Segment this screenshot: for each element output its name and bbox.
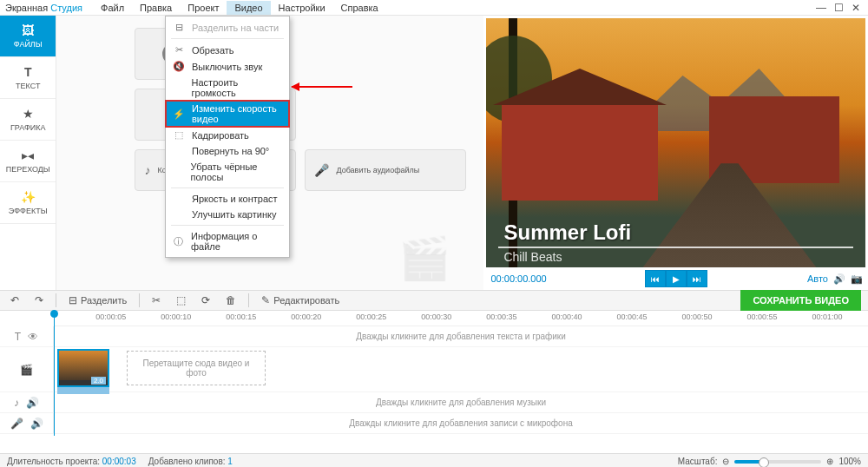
redo-button[interactable]: ↷ <box>31 293 47 308</box>
auto-label[interactable]: Авто <box>807 273 828 284</box>
dd-crop[interactable]: ⬚Кадрировать <box>166 127 289 143</box>
separator <box>171 225 284 226</box>
crop-icon: ⬚ <box>173 129 185 141</box>
next-frame-button[interactable]: ⏭ <box>687 270 707 287</box>
zoom-value: 100% <box>838 457 861 466</box>
watermark-icon: 🎬 <box>398 234 450 283</box>
dd-volume[interactable]: Настроить громкость <box>166 75 289 101</box>
clip-thumbnail <box>59 351 108 380</box>
graphics-icon: ★ <box>23 107 34 121</box>
statusbar: Длительность проекта: 00:00:03 Добавлено… <box>0 453 868 467</box>
zoom-in-button[interactable]: ⊕ <box>826 457 833 466</box>
trim-icon: ✂ <box>173 44 185 56</box>
menu-help[interactable]: Справка <box>333 1 386 15</box>
split-icon: ⊟ <box>173 22 185 33</box>
timecode: 00:00:00.000 <box>490 273 546 284</box>
snapshot-icon[interactable]: 📷 <box>851 273 863 285</box>
time-ruler[interactable]: 00:00:05 00:00:10 00:00:15 00:00:20 00:0… <box>54 311 868 326</box>
track-video[interactable]: 🎬 2.0 Перетащите сюда видео и фото <box>0 347 868 392</box>
speaker-icon[interactable]: 🔊 <box>26 397 39 409</box>
preview-scrubber[interactable] <box>498 247 853 248</box>
timeline: 00:00:05 00:00:10 00:00:15 00:00:20 00:0… <box>0 311 868 453</box>
preview-controls: 00:00:00.000 ⏮ ▶ ⏭ Авто 🔊 📷 <box>483 267 868 290</box>
split-icon: ⊟ <box>69 294 77 306</box>
speed-icon: ⚡ <box>173 109 185 120</box>
text-icon: T <box>24 65 32 79</box>
undo-icon: ↶ <box>10 294 19 306</box>
preview-viewport[interactable]: Summer Lofi Chill Beats <box>486 18 865 267</box>
dd-enhance[interactable]: Улучшить картинку <box>166 207 289 222</box>
info-icon: ⓘ <box>173 235 184 248</box>
window-controls: — ☐ ✕ <box>814 2 863 14</box>
redo-icon: ↷ <box>35 294 43 306</box>
tab-text[interactable]: TТЕКСТ <box>0 57 56 99</box>
mic-track-icon: 🎤 <box>10 418 23 430</box>
crop-tool-button[interactable]: ⬚ <box>173 293 189 308</box>
tab-effects[interactable]: ✨ЭФФЕКТЫ <box>0 182 56 224</box>
tab-graphics[interactable]: ★ГРАФИКА <box>0 99 56 141</box>
music-track-icon: ♪ <box>14 397 19 409</box>
video-dropzone[interactable]: Перетащите сюда видео и фото <box>127 351 266 385</box>
transitions-icon: ▸◂ <box>22 148 34 162</box>
video-clip[interactable]: 2.0 <box>57 349 109 387</box>
titlebar: Экранная Студия Файл Правка Проект Видео… <box>0 0 868 16</box>
video-track-icon: 🎬 <box>20 364 33 376</box>
undo-button[interactable]: ↶ <box>7 293 23 308</box>
music-icon: ♪ <box>144 163 150 177</box>
files-icon: 🖼 <box>22 23 34 37</box>
separator <box>171 38 284 39</box>
dd-speed[interactable]: ⚡Изменить скорость видео <box>166 101 289 127</box>
save-video-button[interactable]: СОХРАНИТЬ ВИДЕО <box>740 290 861 311</box>
refresh-icon: ⟳ <box>201 294 210 306</box>
maximize-icon[interactable]: ☐ <box>832 2 845 14</box>
zoom-out-button[interactable]: ⊖ <box>722 457 729 466</box>
sound-icon[interactable]: 🔊 <box>833 273 845 285</box>
text-track-icon: T <box>15 331 21 343</box>
tile-audio[interactable]: 🎤Добавить аудиофайлы <box>305 149 466 191</box>
menu-file[interactable]: Файл <box>93 1 132 15</box>
dd-brightness[interactable]: Яркость и контраст <box>166 191 289 207</box>
playhead[interactable] <box>54 311 55 436</box>
pencil-icon: ✎ <box>261 294 270 306</box>
tab-files[interactable]: 🖼ФАЙЛЫ <box>0 16 56 57</box>
timeline-toolbar: ↶ ↷ ⊟Разделить ✂ ⬚ ⟳ 🗑 ✎Редактировать СО… <box>0 290 868 311</box>
zoom-label: Масштаб: <box>678 457 718 466</box>
speaker-icon[interactable]: 🔊 <box>30 418 43 430</box>
eye-icon[interactable]: 👁 <box>28 331 38 343</box>
menu-project[interactable]: Проект <box>180 1 227 15</box>
crop-icon: ⬚ <box>176 294 186 306</box>
delete-button[interactable]: 🗑 <box>222 293 240 308</box>
close-icon[interactable]: ✕ <box>849 2 863 14</box>
separator <box>171 187 284 188</box>
dd-mute[interactable]: 🔇Выключить звук <box>166 58 289 75</box>
scissors-icon: ✂ <box>152 294 161 306</box>
sidebar: 🖼ФАЙЛЫ TТЕКСТ ★ГРАФИКА ▸◂ПЕРЕХОДЫ ✨ЭФФЕК… <box>0 16 56 290</box>
duration-label: Длительность проекта: 00:00:03 <box>7 457 136 466</box>
clips-label: Добавлено клипов: 1 <box>148 457 233 466</box>
menu-video[interactable]: Видео <box>227 1 270 15</box>
minimize-icon[interactable]: — <box>814 2 828 14</box>
track-text[interactable]: T👁 Дважды кликните для добавления текста… <box>0 326 868 347</box>
prev-frame-button[interactable]: ⏮ <box>645 270 666 287</box>
refresh-button[interactable]: ⟳ <box>198 293 214 308</box>
split-button[interactable]: ⊟Разделить <box>65 293 130 308</box>
menu-edit[interactable]: Правка <box>132 1 180 15</box>
dd-info[interactable]: ⓘИнформация о файле <box>166 228 289 254</box>
dd-trim[interactable]: ✂Обрезать <box>166 42 289 58</box>
track-mic[interactable]: 🎤🔊 Дважды кликните для добавления записи… <box>0 413 868 434</box>
zoom-slider[interactable] <box>734 460 821 464</box>
mic-icon: 🎤 <box>314 163 329 177</box>
tab-transitions[interactable]: ▸◂ПЕРЕХОДЫ <box>0 141 56 182</box>
clip-speed-badge: 2.0 <box>91 377 106 385</box>
dd-rotate[interactable]: Повернуть на 90° <box>166 143 289 159</box>
menubar: Файл Правка Проект Видео Настройки Справ… <box>93 1 386 15</box>
track-music[interactable]: ♪🔊 Дважды кликните для добавления музыки <box>0 392 868 413</box>
play-button[interactable]: ▶ <box>666 270 687 287</box>
preview-title: Summer Lofi <box>503 220 631 245</box>
preview-subtitle: Chill Beats <box>503 250 562 264</box>
dd-blackbars[interactable]: Убрать чёрные полосы <box>166 159 289 185</box>
menu-settings[interactable]: Настройки <box>271 1 333 15</box>
dd-split: ⊟Разделить на части <box>166 19 289 36</box>
edit-button[interactable]: ✎Редактировать <box>258 293 343 308</box>
cut-button[interactable]: ✂ <box>148 293 164 308</box>
